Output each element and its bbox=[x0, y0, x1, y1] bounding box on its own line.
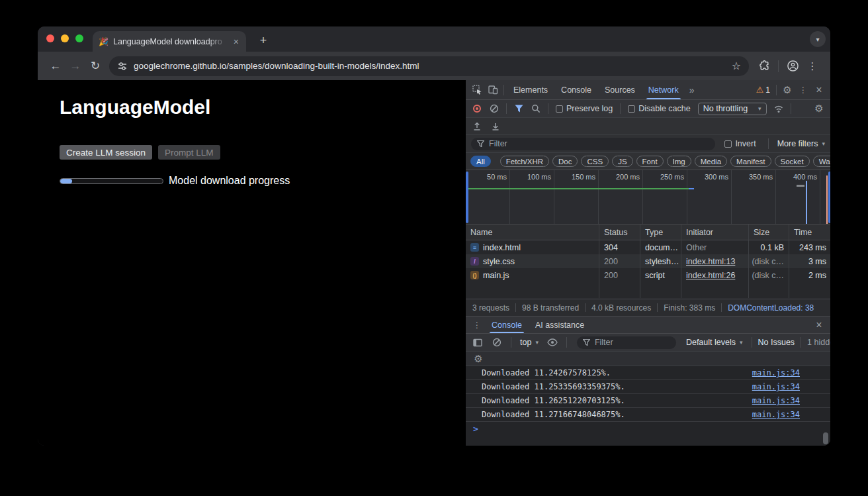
network-overview-timeline[interactable]: 50 ms 100 ms 150 ms 200 ms 250 ms 300 ms… bbox=[466, 170, 830, 224]
devtools-settings-icon[interactable]: ⚙ bbox=[779, 82, 795, 98]
console-filter-field[interactable] bbox=[577, 336, 676, 349]
tab-elements[interactable]: Elements bbox=[507, 80, 554, 99]
column-header-time[interactable]: Time bbox=[789, 224, 830, 240]
extensions-icon[interactable] bbox=[754, 56, 774, 76]
console-scrollbar-thumb[interactable] bbox=[823, 432, 828, 444]
export-har-icon[interactable] bbox=[469, 119, 485, 134]
tab-close-icon[interactable]: × bbox=[232, 36, 240, 47]
network-request-row[interactable]: /style.css 200 stylesh… index.html:13 (d… bbox=[466, 254, 830, 268]
back-button[interactable]: ← bbox=[46, 56, 65, 76]
console-sidebar-icon[interactable] bbox=[470, 334, 486, 350]
import-har-icon[interactable] bbox=[488, 119, 503, 134]
invert-checkbox[interactable] bbox=[724, 140, 732, 148]
issues-warning-badge[interactable]: ⚠ 1 bbox=[753, 85, 773, 95]
window-zoom-button[interactable] bbox=[75, 34, 83, 42]
execution-context-select[interactable]: top ▾ bbox=[517, 338, 541, 347]
resource-type-chip[interactable]: Doc bbox=[552, 156, 578, 167]
more-filters-dropdown[interactable]: More filters ▾ bbox=[777, 139, 825, 148]
drawer-menu-icon[interactable]: ⋮ bbox=[469, 317, 485, 333]
drawer-tab-ai-assistance[interactable]: AI assistance bbox=[529, 317, 591, 333]
resource-type-chip[interactable]: JS bbox=[612, 156, 632, 167]
resource-type-chip[interactable]: Media bbox=[695, 156, 727, 167]
issues-counter[interactable]: No Issues bbox=[758, 338, 795, 347]
console-source-link[interactable]: main.js:34 bbox=[752, 410, 800, 419]
window-close-button[interactable] bbox=[46, 34, 54, 42]
tab-network[interactable]: Network bbox=[642, 80, 685, 99]
column-header-type[interactable]: Type bbox=[640, 224, 681, 240]
network-request-row[interactable]: ≡index.html 304 docum… Other 0.1 kB 243 … bbox=[466, 240, 830, 254]
console-prompt[interactable]: > bbox=[466, 422, 830, 435]
devtools-menu-icon[interactable]: ⋮ bbox=[795, 82, 811, 98]
device-toolbar-icon[interactable] bbox=[485, 82, 501, 98]
tab-search-button[interactable]: ▾ bbox=[810, 31, 826, 47]
url-bar[interactable]: googlechrome.github.io/samples/downloadi… bbox=[109, 56, 749, 76]
tab-console[interactable]: Console bbox=[554, 80, 598, 99]
request-name[interactable]: index.html bbox=[483, 243, 521, 252]
window-minimize-button[interactable] bbox=[61, 34, 69, 42]
reload-button[interactable]: ↻ bbox=[85, 56, 105, 76]
log-levels-select[interactable]: Default levels ▾ bbox=[683, 338, 746, 347]
column-header-name[interactable]: Name bbox=[466, 224, 599, 240]
search-icon[interactable] bbox=[528, 101, 544, 117]
network-settings-icon[interactable]: ⚙ bbox=[811, 101, 827, 117]
preserve-log-checkbox[interactable] bbox=[556, 105, 563, 113]
request-size: (disk c… bbox=[749, 254, 789, 268]
drawer-close-icon[interactable]: × bbox=[811, 317, 827, 333]
console-message-row: Downloaded 11.27166748046875%. main.js:3… bbox=[466, 408, 830, 422]
initiator-link[interactable]: index.html:13 bbox=[686, 257, 735, 266]
clear-network-log-icon[interactable] bbox=[486, 101, 502, 117]
request-name[interactable]: main.js bbox=[483, 271, 509, 280]
request-size: (disk c… bbox=[749, 268, 789, 282]
overview-right-handle[interactable] bbox=[828, 172, 830, 223]
site-settings-icon[interactable] bbox=[117, 61, 128, 72]
new-tab-button[interactable]: + bbox=[255, 32, 272, 49]
request-name[interactable]: style.css bbox=[483, 257, 515, 266]
resource-type-chip[interactable]: Img bbox=[667, 156, 691, 167]
create-llm-session-button[interactable]: Create LLM session bbox=[60, 145, 152, 160]
overview-left-handle[interactable] bbox=[466, 172, 468, 223]
resource-type-chip-all[interactable]: All bbox=[470, 156, 491, 167]
column-header-size[interactable]: Size bbox=[749, 224, 789, 240]
browser-menu-icon[interactable]: ⋮ bbox=[803, 56, 822, 76]
browser-tab[interactable]: 🎉 LanguageModel downloadpro × bbox=[93, 31, 246, 52]
console-settings-icon[interactable]: ⚙ bbox=[470, 351, 486, 367]
throttling-select[interactable]: No throttling ▾ bbox=[698, 103, 767, 115]
resource-type-chip[interactable]: Manifest bbox=[730, 156, 771, 167]
initiator-link[interactable]: index.html:26 bbox=[686, 271, 735, 280]
more-tabs-icon[interactable]: » bbox=[685, 85, 699, 95]
resource-type-chip[interactable]: Font bbox=[636, 156, 664, 167]
record-network-log-icon[interactable] bbox=[469, 101, 485, 117]
network-conditions-icon[interactable] bbox=[771, 101, 787, 117]
prompt-llm-button[interactable]: Prompt LLM bbox=[158, 145, 220, 160]
url-text[interactable]: googlechrome.github.io/samples/downloadi… bbox=[134, 61, 726, 71]
console-source-link[interactable]: main.js:34 bbox=[752, 382, 800, 391]
column-header-initiator[interactable]: Initiator bbox=[681, 224, 749, 240]
timeline-activity-tip bbox=[689, 188, 694, 189]
disable-cache-checkbox[interactable] bbox=[628, 105, 635, 113]
network-filter-input[interactable] bbox=[489, 139, 709, 148]
profile-icon[interactable] bbox=[783, 56, 803, 76]
column-header-status[interactable]: Status bbox=[599, 224, 640, 240]
resource-type-chip[interactable]: Wasm bbox=[813, 156, 830, 167]
clear-console-icon[interactable] bbox=[489, 334, 505, 350]
console-source-link[interactable]: main.js:34 bbox=[752, 368, 800, 377]
console-source-link[interactable]: main.js:34 bbox=[752, 396, 800, 405]
live-expression-eye-icon[interactable] bbox=[544, 334, 560, 350]
drawer-tab-console[interactable]: Console bbox=[485, 317, 529, 333]
devtools-close-icon[interactable]: × bbox=[811, 82, 827, 98]
resource-type-chip[interactable]: CSS bbox=[581, 156, 609, 167]
inspect-element-icon[interactable] bbox=[469, 82, 485, 98]
resource-type-chip[interactable]: Fetch/XHR bbox=[500, 156, 549, 167]
resource-type-chip[interactable]: Socket bbox=[775, 156, 810, 167]
hidden-messages-count[interactable]: 1 hidden bbox=[807, 338, 830, 347]
network-filter-field[interactable] bbox=[471, 138, 715, 150]
console-filter-input[interactable] bbox=[595, 338, 670, 347]
divider bbox=[768, 138, 769, 149]
network-request-row[interactable]: ()main.js 200 script index.html:26 (disk… bbox=[466, 268, 830, 282]
timeline-tick: 50 ms bbox=[470, 173, 507, 181]
console-message-row: Downloaded 11.26251220703125%. main.js:3… bbox=[466, 394, 830, 408]
tab-sources[interactable]: Sources bbox=[598, 80, 642, 99]
forward-button[interactable]: → bbox=[65, 56, 85, 76]
filter-funnel-icon[interactable] bbox=[511, 101, 527, 117]
bookmark-star-icon[interactable]: ☆ bbox=[732, 60, 741, 72]
